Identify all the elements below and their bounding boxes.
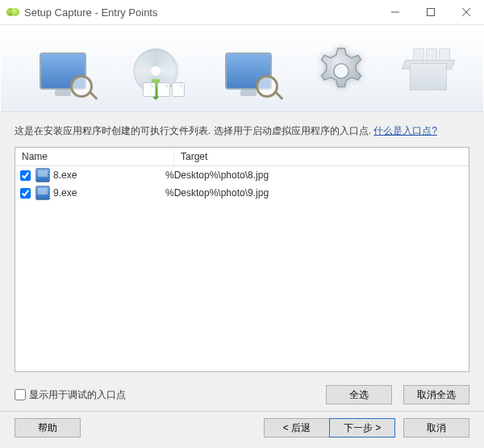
description-text: 这是在安装应用程序时创建的可执行文件列表. 选择用于启动虚拟应用程序的入口点. … [0, 112, 484, 144]
description-body: 这是在安装应用程序时创建的可执行文件列表. 选择用于启动虚拟应用程序的入口点. [15, 125, 373, 136]
row-checkbox[interactable] [20, 188, 31, 199]
row-target: %Desktop%\photo\8.jpg [165, 170, 464, 181]
row-checkbox[interactable] [20, 170, 31, 181]
table-body: 8.exe%Desktop%\photo\8.jpg9.exe%Desktop%… [15, 166, 469, 371]
step-entrypoints-icon [309, 39, 373, 103]
entrypoints-table: Name Target 8.exe%Desktop%\photo\8.jpg9.… [15, 147, 469, 372]
debug-entrypoints-checkbox-input[interactable] [15, 389, 26, 400]
wizard-footer: 帮助 < 后退 下一步 > 取消 [0, 418, 484, 448]
exe-icon [35, 186, 50, 200]
wizard-steps-banner [0, 25, 484, 112]
table-row[interactable]: 9.exe%Desktop%\photo\9.jpg [15, 184, 469, 202]
row-target: %Desktop%\photo\9.jpg [165, 187, 464, 199]
table-row[interactable]: 8.exe%Desktop%\photo\8.jpg [15, 166, 469, 184]
debug-entrypoints-label: 显示用于调试的入口点 [29, 388, 126, 402]
step-install-icon [123, 39, 188, 103]
cancel-button[interactable]: 取消 [403, 418, 469, 438]
svg-rect-1 [428, 9, 435, 16]
separator [0, 411, 484, 412]
minimize-button[interactable] [378, 0, 413, 24]
debug-entrypoints-checkbox[interactable]: 显示用于调试的入口点 [15, 388, 126, 402]
svg-point-4 [334, 64, 348, 78]
exe-icon [35, 168, 50, 182]
row-name: 9.exe [53, 187, 77, 199]
options-row: 显示用于调试的入口点 全选 取消全选 [0, 380, 484, 411]
close-button[interactable] [449, 0, 484, 24]
table-header: Name Target [15, 148, 469, 166]
app-icon [6, 6, 19, 19]
maximize-button[interactable] [413, 0, 449, 24]
help-button[interactable]: 帮助 [15, 418, 81, 438]
column-header-target[interactable]: Target [174, 148, 469, 165]
column-header-name[interactable]: Name [15, 148, 174, 165]
row-name: 8.exe [53, 170, 77, 181]
next-button[interactable]: 下一步 > [329, 418, 395, 438]
what-is-entrypoint-link[interactable]: 什么是入口点? [373, 125, 437, 136]
step-build-icon [402, 48, 453, 94]
select-all-button[interactable]: 全选 [326, 385, 392, 404]
window-controls [378, 0, 484, 24]
back-button[interactable]: < 后退 [264, 418, 330, 438]
deselect-all-button[interactable]: 取消全选 [403, 385, 469, 404]
window-title: Setup Capture - Entry Points [24, 6, 378, 19]
page-body: 这是在安装应用程序时创建的可执行文件列表. 选择用于启动虚拟应用程序的入口点. … [0, 25, 484, 448]
step-prescan-icon [31, 39, 95, 103]
titlebar: Setup Capture - Entry Points [0, 0, 484, 25]
step-postscan-icon [216, 39, 281, 103]
